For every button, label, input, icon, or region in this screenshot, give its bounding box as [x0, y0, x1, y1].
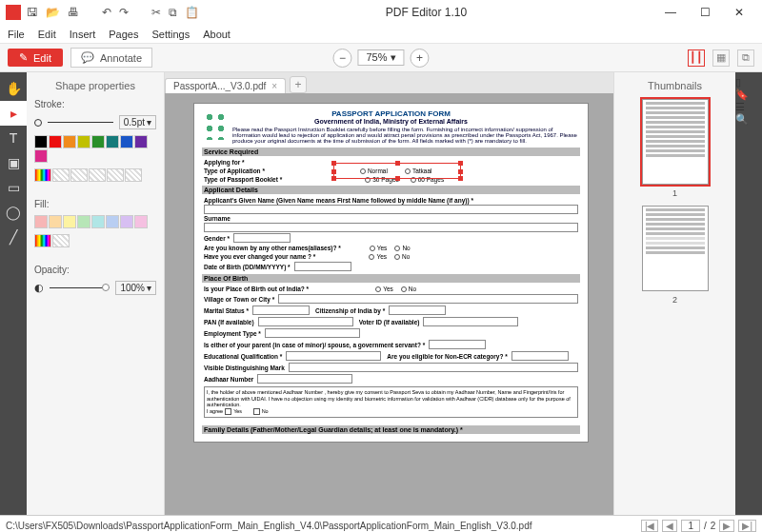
checkbox-agree-no[interactable] — [253, 408, 260, 415]
fill-swatch[interactable] — [120, 215, 133, 228]
input-surname[interactable] — [204, 223, 578, 232]
input-gender[interactable] — [233, 233, 291, 243]
zoom-in-button[interactable]: + — [411, 49, 430, 68]
radio-changed-yes[interactable] — [369, 254, 374, 260]
menu-file[interactable]: File — [8, 29, 25, 40]
radio-pob-no[interactable] — [401, 286, 407, 292]
fill-color-picker-icon[interactable] — [34, 234, 51, 247]
input-dist-mark[interactable] — [289, 363, 578, 372]
maximize-button[interactable]: ☐ — [688, 6, 722, 19]
section-place: Place Of Birth — [202, 274, 580, 283]
input-nonecr[interactable] — [511, 351, 569, 361]
stroke-swatch[interactable] — [134, 135, 148, 148]
input-edu[interactable] — [286, 351, 381, 361]
fill-swatch[interactable] — [49, 215, 62, 228]
fill-swatch[interactable] — [134, 215, 148, 228]
input-employment[interactable] — [265, 328, 360, 338]
tab-active[interactable]: PassportA..._V3.0.pdf× — [165, 78, 286, 93]
view-double-icon[interactable]: ⧉ — [737, 49, 754, 67]
input-marital[interactable] — [252, 305, 310, 315]
stroke-swatch[interactable] — [120, 135, 133, 148]
fill-swatch[interactable] — [77, 215, 90, 228]
search-tab-icon[interactable]: 🔍 — [735, 113, 762, 126]
stroke-swatch[interactable] — [34, 135, 48, 148]
input-parent-gov[interactable] — [429, 340, 486, 349]
stroke-endcap-icon[interactable] — [34, 119, 42, 127]
add-tab-button[interactable]: + — [290, 76, 307, 93]
open-icon[interactable]: 📂 — [46, 6, 60, 19]
menu-edit[interactable]: Edit — [38, 29, 56, 40]
thumbnails-tab-icon[interactable]: ▯ — [735, 76, 762, 89]
image-tool-icon[interactable]: ▣ — [0, 150, 27, 175]
text-tool-icon[interactable]: T — [0, 126, 27, 150]
view-single-icon[interactable]: ┃┃ — [688, 49, 705, 67]
radio-pob-yes[interactable] — [375, 286, 381, 292]
page-first-button[interactable]: |◀ — [641, 520, 659, 532]
stroke-label: Stroke: — [34, 99, 156, 109]
color-picker-icon[interactable] — [34, 168, 51, 182]
close-button[interactable]: ✕ — [722, 6, 756, 19]
document-viewport[interactable]: PASSPORT APPLICATION FORM Government of … — [165, 93, 613, 515]
stroke-swatch[interactable] — [49, 135, 62, 148]
rect-tool-icon[interactable]: ▭ — [0, 175, 27, 200]
stroke-swatch[interactable] — [63, 135, 76, 148]
menu-about[interactable]: About — [203, 29, 231, 40]
ellipse-tool-icon[interactable]: ◯ — [0, 200, 27, 225]
bookmarks-tab-icon[interactable]: 🔖 — [735, 89, 762, 101]
stroke-swatch[interactable] — [91, 135, 105, 148]
input-aadhaar[interactable] — [257, 374, 352, 384]
hand-tool-icon[interactable]: ✋ — [0, 76, 27, 101]
save-icon[interactable]: 🖫 — [27, 6, 38, 19]
thumbnail-1[interactable] — [642, 99, 709, 185]
input-given-name[interactable] — [204, 205, 578, 214]
radio-changed-no[interactable] — [394, 254, 400, 260]
input-pan[interactable] — [258, 317, 353, 326]
page-prev-button[interactable]: ◀ — [662, 520, 677, 532]
edit-mode-button[interactable]: ✎Edit — [8, 49, 63, 67]
fill-swatch[interactable] — [63, 215, 76, 228]
print-icon[interactable]: 🖶 — [68, 6, 79, 19]
toc-tab-icon[interactable]: ☰ — [735, 101, 762, 113]
minimize-button[interactable]: — — [653, 6, 688, 19]
zoom-out-button[interactable]: − — [332, 49, 351, 68]
input-dob[interactable] — [294, 262, 351, 271]
select-tool-icon[interactable]: ▸ — [0, 101, 27, 126]
fill-swatch[interactable] — [34, 215, 48, 228]
fill-no-color-icon[interactable] — [52, 234, 70, 247]
panel-title: Shape properties — [34, 76, 156, 99]
thumbnail-2[interactable] — [642, 206, 709, 291]
paste-icon[interactable]: 📋 — [185, 6, 199, 19]
input-citizenship[interactable] — [389, 305, 446, 315]
input-village[interactable] — [278, 294, 578, 304]
zoom-value[interactable]: 75% ▾ — [357, 49, 404, 66]
view-grid-icon[interactable]: ▦ — [712, 49, 730, 67]
opacity-slider[interactable] — [50, 287, 110, 288]
undo-icon[interactable]: ↶ — [102, 6, 111, 19]
menu-pages[interactable]: Pages — [109, 29, 138, 40]
radio-alias-no[interactable] — [394, 246, 400, 251]
page-next-button[interactable]: ▶ — [719, 520, 734, 532]
cut-icon[interactable]: ✂ — [151, 6, 161, 19]
page-current[interactable]: 1 — [681, 520, 700, 532]
no-color-icon[interactable] — [52, 168, 70, 182]
menu-insert[interactable]: Insert — [70, 29, 96, 40]
annotate-mode-button[interactable]: 💬Annotate — [70, 48, 152, 68]
menu-settings[interactable]: Settings — [151, 29, 190, 40]
redo-icon[interactable]: ↷ — [119, 6, 129, 19]
opacity-value-input[interactable]: 100%▾ — [115, 281, 156, 295]
input-voter[interactable] — [423, 317, 518, 326]
selection-box[interactable] — [333, 163, 461, 179]
stroke-swatch[interactable] — [34, 149, 48, 163]
stroke-width-input[interactable]: 0.5pt▾ — [119, 115, 156, 129]
radio-alias-yes[interactable] — [370, 246, 375, 251]
line-tool-icon[interactable]: ╱ — [0, 225, 27, 249]
close-tab-icon[interactable]: × — [271, 81, 277, 91]
page-last-button[interactable]: ▶| — [738, 520, 756, 532]
opacity-label: Opacity: — [34, 265, 156, 275]
fill-swatch[interactable] — [106, 215, 119, 228]
fill-swatch[interactable] — [91, 215, 105, 228]
stroke-swatch[interactable] — [106, 135, 119, 148]
stroke-swatch[interactable] — [77, 135, 90, 148]
copy-icon[interactable]: ⧉ — [169, 6, 177, 19]
checkbox-agree-yes[interactable] — [225, 408, 231, 415]
